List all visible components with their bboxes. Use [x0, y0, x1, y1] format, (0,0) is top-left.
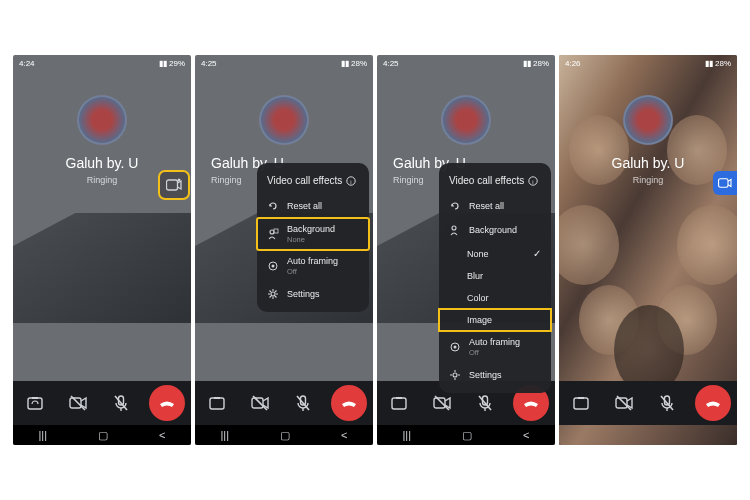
svg-point-1 — [178, 179, 181, 182]
nav-home-button[interactable]: ▢ — [462, 429, 472, 442]
signal-icon: ▮▮ — [159, 59, 167, 68]
call-screen: Galuh by. U Ringing Video call effects i… — [377, 71, 555, 381]
svg-rect-2 — [28, 398, 42, 409]
status-time: 4:24 — [19, 59, 35, 68]
nav-recent-button[interactable]: ||| — [38, 429, 47, 441]
svg-point-14 — [271, 292, 275, 296]
contact-name: Galuh by. U — [66, 155, 139, 171]
status-bar: 4:25 ▮▮ 28% — [377, 55, 555, 71]
reset-all-label: Reset all — [287, 201, 322, 211]
bg-option-blur[interactable]: Blur — [439, 265, 551, 287]
background-label: Background — [469, 225, 517, 235]
camera-flip-button[interactable] — [202, 388, 232, 418]
info-icon[interactable]: i — [528, 176, 538, 186]
status-indicators: ▮▮ 29% — [159, 59, 185, 68]
svg-rect-0 — [167, 180, 178, 190]
settings-label: Settings — [287, 289, 320, 299]
reset-all-item[interactable]: Reset all — [257, 194, 369, 218]
android-nav-bar: ||| ▢ < — [13, 425, 191, 445]
call-screen: Galuh by. U Ringing — [13, 71, 191, 381]
call-toolbar — [195, 381, 373, 425]
gear-icon — [267, 288, 279, 300]
panel-title-row: Video call effects i — [257, 173, 369, 194]
video-off-button[interactable] — [609, 388, 639, 418]
nav-home-button[interactable]: ▢ — [280, 429, 290, 442]
signal-icon: ▮▮ — [341, 59, 349, 68]
status-time: 4:25 — [383, 59, 399, 68]
panel-title: Video call effects — [449, 175, 524, 186]
check-icon: ✓ — [533, 248, 541, 259]
signal-icon: ▮▮ — [523, 59, 531, 68]
camera-flip-button[interactable] — [566, 388, 596, 418]
background-item[interactable]: Background None — [257, 218, 369, 250]
video-effects-button-active[interactable] — [713, 171, 737, 195]
call-status: Ringing — [393, 175, 424, 185]
nav-recent-button[interactable]: ||| — [220, 429, 229, 441]
status-bar: 4:24 ▮▮ 29% — [13, 55, 191, 71]
call-status: Ringing — [87, 175, 118, 185]
contact-avatar — [77, 95, 127, 145]
bg-option-image[interactable]: Image — [439, 309, 551, 331]
camera-flip-button[interactable] — [384, 388, 414, 418]
status-time: 4:25 — [201, 59, 217, 68]
svg-text:i: i — [533, 178, 534, 184]
info-icon[interactable]: i — [346, 176, 356, 186]
auto-framing-label: Auto framing Off — [469, 337, 520, 357]
person-bg-icon — [267, 228, 279, 240]
svg-point-26 — [453, 373, 457, 377]
nav-recent-button[interactable]: ||| — [402, 429, 411, 441]
reset-all-item[interactable]: Reset all — [439, 194, 551, 218]
end-call-button[interactable] — [149, 385, 185, 421]
call-screen: Galuh by. U Ringing Video call effects i… — [195, 71, 373, 381]
battery-text: 28% — [533, 59, 549, 68]
panel-title: Video call effects — [267, 175, 342, 186]
svg-rect-34 — [574, 398, 588, 409]
video-effects-panel-expanded: Video call effects i Reset all Backgroun… — [439, 163, 551, 393]
gear-icon — [449, 369, 461, 381]
nav-back-button[interactable]: < — [341, 429, 347, 441]
auto-framing-item[interactable]: Auto framing Off — [439, 331, 551, 363]
settings-label: Settings — [469, 370, 502, 380]
video-off-button[interactable] — [245, 388, 275, 418]
status-indicators: ▮▮ 28% — [341, 59, 367, 68]
background-item-expanded[interactable]: Background — [439, 218, 551, 242]
contact-avatar — [441, 95, 491, 145]
target-icon — [267, 260, 279, 272]
video-effects-icon — [718, 177, 732, 189]
mic-off-button[interactable] — [652, 388, 682, 418]
settings-item[interactable]: Settings — [257, 282, 369, 306]
background-label: Background None — [287, 224, 335, 244]
android-nav-bar: ||| ▢ < — [195, 425, 373, 445]
video-off-button[interactable] — [63, 388, 93, 418]
video-effects-button[interactable] — [159, 171, 189, 199]
svg-rect-27 — [392, 398, 406, 409]
android-nav-bar: ||| ▢ < — [377, 425, 555, 445]
call-status: Ringing — [211, 175, 242, 185]
refresh-icon — [449, 200, 461, 212]
auto-framing-item[interactable]: Auto framing Off — [257, 250, 369, 282]
svg-rect-33 — [719, 179, 728, 188]
call-screen: Galuh by. U Ringing — [559, 71, 737, 381]
settings-item[interactable]: Settings — [439, 363, 551, 387]
status-indicators: ▮▮ 28% — [705, 59, 731, 68]
signal-icon: ▮▮ — [705, 59, 713, 68]
tutorial-screenshot-row: 4:24 ▮▮ 29% Galuh by. U Ringing ||| ▢ < — [3, 25, 747, 475]
camera-flip-button[interactable] — [20, 388, 50, 418]
bg-option-none[interactable]: None ✓ — [439, 242, 551, 265]
bg-option-color[interactable]: Color — [439, 287, 551, 309]
phone-screen-1: 4:24 ▮▮ 29% Galuh by. U Ringing ||| ▢ < — [13, 55, 191, 445]
nav-back-button[interactable]: < — [523, 429, 529, 441]
nav-home-button[interactable]: ▢ — [98, 429, 108, 442]
battery-text: 29% — [169, 59, 185, 68]
nav-back-button[interactable]: < — [159, 429, 165, 441]
mic-off-button[interactable] — [288, 388, 318, 418]
mic-off-button[interactable] — [106, 388, 136, 418]
end-call-button[interactable] — [695, 385, 731, 421]
svg-rect-11 — [274, 229, 278, 233]
reset-all-label: Reset all — [469, 201, 504, 211]
end-call-button[interactable] — [331, 385, 367, 421]
target-icon — [449, 341, 461, 353]
panel-title-row: Video call effects i — [439, 173, 551, 194]
svg-point-13 — [272, 265, 275, 268]
phone-screen-3: 4:25 ▮▮ 28% Galuh by. U Ringing Video ca… — [377, 55, 555, 445]
